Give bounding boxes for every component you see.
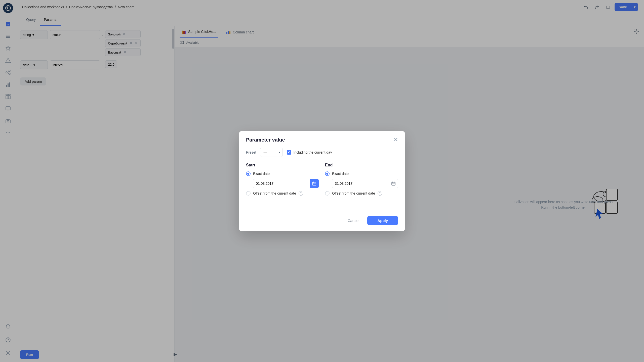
start-date-input[interactable] xyxy=(253,182,310,186)
including-current-day: Including the current day xyxy=(287,150,332,155)
dialog-title: Parameter value xyxy=(246,137,285,143)
start-header: Start xyxy=(246,163,319,167)
dialog-body: Preset — Including the current day Start xyxy=(239,148,405,206)
date-columns: Start Exact date xyxy=(246,163,398,199)
start-offset-help-icon[interactable]: ? xyxy=(299,191,303,196)
end-offset-radio[interactable] xyxy=(325,191,330,196)
end-calendar-button[interactable] xyxy=(389,179,398,188)
start-column: Start Exact date xyxy=(246,163,319,199)
preset-select-wrapper: — xyxy=(260,148,283,157)
start-offset-radio[interactable] xyxy=(246,191,251,196)
start-offset-label: Offset from the current date xyxy=(253,191,296,195)
end-exact-date-label: Exact date xyxy=(332,172,349,176)
end-header: End xyxy=(325,163,398,167)
end-offset-help-icon[interactable]: ? xyxy=(378,191,382,196)
end-offset-option[interactable]: Offset from the current date ? xyxy=(325,191,398,196)
cancel-button[interactable]: Cancel xyxy=(343,216,365,225)
preset-select[interactable]: — xyxy=(260,148,283,157)
end-date-input[interactable] xyxy=(332,182,389,186)
start-exact-date-radio[interactable] xyxy=(246,171,251,176)
apply-button[interactable]: Apply xyxy=(367,216,398,225)
preset-label: Preset xyxy=(246,150,256,154)
modal-overlay[interactable]: Parameter value ✕ Preset — Including the… xyxy=(0,0,644,362)
start-date-input-wrapper xyxy=(253,179,319,188)
dialog-header: Parameter value ✕ xyxy=(239,131,405,148)
including-day-checkbox[interactable] xyxy=(287,150,291,155)
dialog-divider xyxy=(239,211,405,211)
end-date-input-wrapper xyxy=(332,179,398,188)
end-offset-label: Offset from the current date xyxy=(332,191,375,195)
start-offset-option[interactable]: Offset from the current date ? xyxy=(246,191,319,196)
end-exact-date-radio[interactable] xyxy=(325,171,330,176)
including-day-label: Including the current day xyxy=(293,150,332,154)
end-column: End Exact date xyxy=(325,163,398,199)
start-calendar-button[interactable] xyxy=(310,179,319,188)
start-exact-date-label: Exact date xyxy=(253,172,270,176)
start-exact-date-option[interactable]: Exact date xyxy=(246,171,319,176)
dialog-footer: Cancel Apply xyxy=(239,216,405,231)
parameter-value-dialog: Parameter value ✕ Preset — Including the… xyxy=(239,131,405,231)
preset-row: Preset — Including the current day xyxy=(246,148,398,157)
end-exact-date-option[interactable]: Exact date xyxy=(325,171,398,176)
dialog-close-button[interactable]: ✕ xyxy=(393,137,398,143)
svg-rect-52 xyxy=(312,182,316,185)
svg-rect-56 xyxy=(392,182,395,185)
